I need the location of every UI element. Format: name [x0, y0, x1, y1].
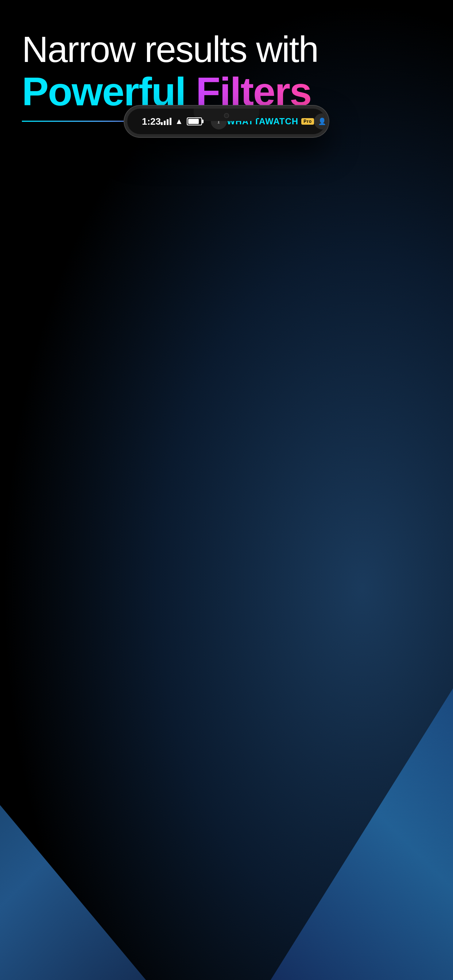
signal-icon — [161, 118, 171, 125]
phone-mockup: 1:23 ▲ ℹ WHATTAWATCH Pro — [124, 106, 329, 137]
phone-frame: 1:23 ▲ ℹ WHATTAWATCH Pro — [124, 106, 329, 137]
hero-line1: Narrow results with — [22, 29, 431, 69]
status-time: 1:23 — [142, 116, 161, 127]
phone-notch — [194, 109, 259, 121]
status-bar: 1:23 ▲ ℹ WHATTAWATCH Pro — [127, 109, 326, 134]
profile-button[interactable]: 👤 — [314, 113, 329, 129]
battery-icon — [187, 118, 202, 126]
logo-pro-badge: Pro — [301, 118, 314, 125]
camera-dot — [224, 113, 229, 118]
status-icons: ▲ — [161, 117, 202, 126]
wifi-icon: ▲ — [175, 117, 183, 126]
